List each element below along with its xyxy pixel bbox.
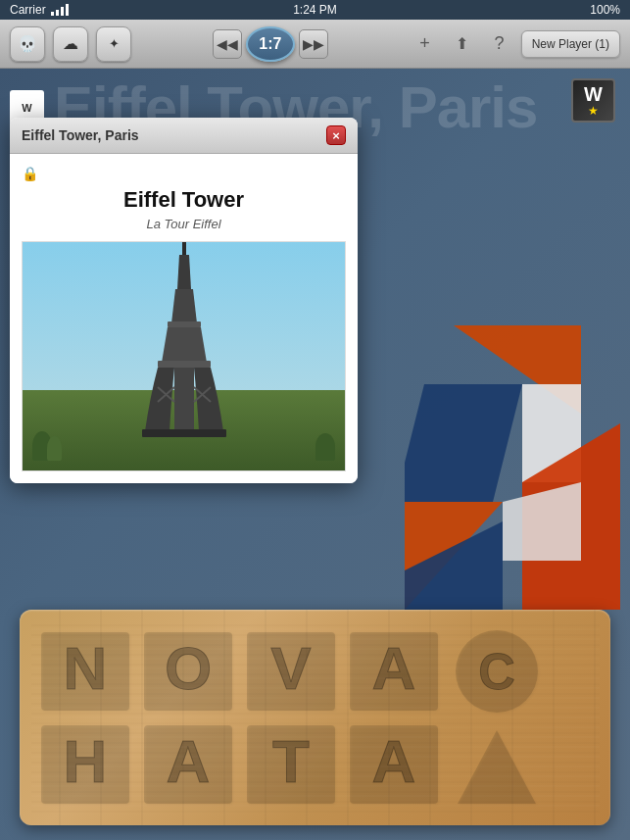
flag-decoration	[405, 325, 620, 610]
svg-rect-10	[168, 321, 201, 327]
toolbar: 💀 ☁ ✦ ◀◀ 1:7 ▶▶ + ⬆ ? New Player (1)	[0, 20, 630, 69]
next-button[interactable]: ▶▶	[299, 29, 328, 59]
svg-marker-11	[162, 327, 207, 363]
svg-marker-1	[405, 384, 522, 502]
lock-icon: 🔒	[22, 166, 346, 181]
svg-rect-13	[174, 368, 194, 431]
popup-header: Eiffel Tower, Paris ×	[10, 118, 358, 154]
wand-button[interactable]: ✦	[96, 26, 131, 62]
close-icon: ×	[332, 128, 340, 143]
toolbar-left-group: 💀 ☁ ✦	[10, 26, 131, 62]
popup-close-button[interactable]: ×	[326, 125, 346, 145]
status-left: Carrier	[10, 3, 69, 17]
eiffel-tower-svg	[130, 241, 238, 441]
new-player-button[interactable]: New Player (1)	[521, 30, 620, 58]
prev-icon: ◀◀	[217, 36, 238, 52]
cloud-button[interactable]: ☁	[53, 26, 88, 62]
prev-button[interactable]: ◀◀	[213, 29, 242, 59]
article-title: Eiffel Tower	[22, 187, 346, 213]
skull-button[interactable]: 💀	[10, 26, 45, 62]
popup-title: Eiffel Tower, Paris	[22, 127, 139, 143]
wikitravel-star: ★	[588, 104, 599, 118]
svg-marker-8	[177, 255, 191, 289]
puzzle-inner: N O V A C H A	[20, 610, 610, 825]
help-button[interactable]: ?	[484, 28, 515, 60]
status-time: 1:24 PM	[293, 3, 337, 17]
puzzle-board: N O V A C H A	[20, 610, 610, 825]
svg-rect-40	[31, 622, 600, 814]
next-icon: ▶▶	[303, 36, 324, 52]
svg-marker-5	[503, 482, 581, 561]
popup-card: Eiffel Tower, Paris × 🔒 Eiffel Tower La …	[10, 118, 358, 483]
page-indicator: 1:7	[246, 26, 295, 62]
share-icon: ⬆	[456, 34, 468, 53]
popup-body: 🔒 Eiffel Tower La Tour Eiffel	[10, 154, 358, 483]
svg-rect-18	[142, 429, 226, 437]
toolbar-right-group: + ⬆ ? New Player (1)	[410, 28, 620, 60]
cloud-icon: ☁	[63, 34, 78, 53]
carrier-label: Carrier	[10, 3, 46, 17]
article-subtitle: La Tour Eiffel	[22, 217, 346, 231]
add-icon: +	[419, 33, 430, 54]
wifi-icon	[51, 4, 69, 16]
puzzle-svg: N O V A C H A	[31, 622, 600, 814]
svg-marker-9	[171, 289, 197, 323]
help-icon: ?	[495, 33, 505, 54]
share-button[interactable]: ⬆	[447, 28, 478, 60]
status-bar: Carrier 1:24 PM 100%	[0, 0, 630, 20]
eiffel-image	[22, 241, 346, 471]
wikitravel-letter: W	[584, 84, 603, 104]
toolbar-center-group: ◀◀ 1:7 ▶▶	[213, 26, 328, 62]
svg-rect-12	[158, 361, 211, 368]
wikitravel-badge: W ★	[571, 78, 615, 123]
skull-icon: 💀	[18, 34, 37, 53]
battery-label: 100%	[590, 3, 620, 17]
main-content: W Eiffel Tower, Paris W ★ Eiffel T	[0, 69, 630, 840]
wand-icon: ✦	[109, 36, 120, 51]
add-button[interactable]: +	[410, 28, 441, 60]
